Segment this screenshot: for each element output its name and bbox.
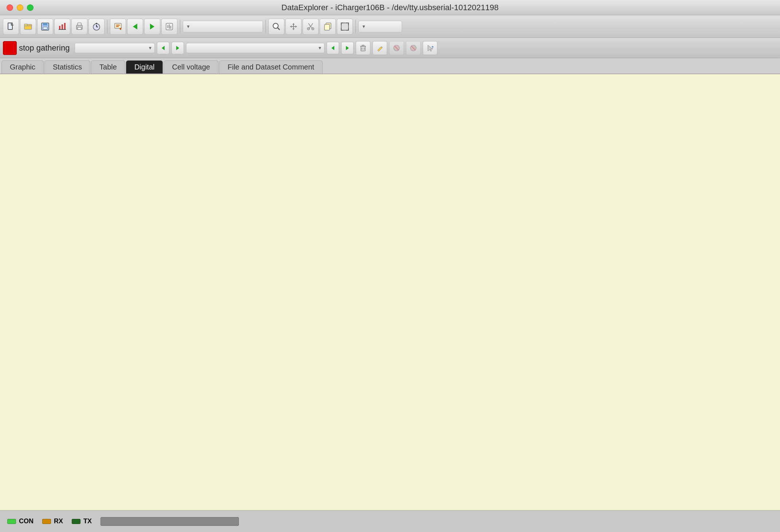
tools-button[interactable]	[161, 19, 177, 35]
toolbar-1: ▼	[0, 15, 780, 38]
tab-statistics[interactable]: Statistics	[44, 60, 90, 74]
titlebar: DataExplorer - iCharger106B - /dev/tty.u…	[0, 0, 780, 15]
con-led	[7, 519, 16, 524]
svg-rect-7	[62, 24, 63, 29]
tab-graphic[interactable]: Graphic	[1, 60, 44, 74]
stop-gathering-button[interactable]	[3, 41, 17, 55]
back-nav-button[interactable]	[127, 19, 143, 35]
svg-marker-32	[290, 25, 292, 28]
stop-gathering-label: stop gathering	[19, 43, 70, 53]
statusbar: CON RX TX	[0, 510, 780, 532]
tab-table[interactable]: Table	[91, 60, 125, 74]
digital-display-area	[0, 74, 780, 510]
svg-rect-4	[43, 23, 47, 25]
print-button[interactable]	[71, 19, 87, 35]
statistics-button[interactable]	[54, 19, 70, 35]
svg-marker-33	[295, 25, 297, 28]
nav-back-button[interactable]	[157, 42, 169, 54]
disable-button-1[interactable]	[389, 41, 404, 55]
tab-cell-voltage[interactable]: Cell voltage	[164, 60, 218, 74]
timer-button[interactable]	[88, 19, 105, 35]
toolbar-separator-4	[355, 20, 356, 33]
disable-button-2[interactable]	[406, 41, 421, 55]
svg-marker-43	[162, 46, 165, 50]
svg-rect-2	[24, 24, 27, 26]
con-indicator: CON	[7, 517, 34, 525]
con-label: CON	[19, 517, 34, 525]
close-button[interactable]	[7, 4, 13, 11]
svg-rect-8	[64, 23, 66, 29]
svg-line-28	[277, 28, 280, 30]
help-cursor-button[interactable]: ?	[423, 41, 437, 55]
edit-data-button[interactable]	[373, 41, 387, 55]
toolbar-2: stop gathering ▼ ▼	[0, 38, 780, 58]
dataset-dropdown-arrow: ▼	[318, 45, 322, 51]
svg-point-27	[273, 23, 278, 28]
tab-digital[interactable]: Digital	[126, 60, 163, 74]
svg-marker-21	[133, 24, 137, 29]
toolbar-separator-1	[107, 20, 107, 33]
save-button[interactable]	[37, 19, 53, 35]
window-title: DataExplorer - iCharger106B - /dev/tty.u…	[281, 3, 499, 12]
svg-marker-44	[176, 46, 179, 50]
fullscreen-button[interactable]	[337, 19, 353, 35]
tx-indicator: TX	[72, 517, 92, 525]
traffic-lights	[7, 4, 34, 11]
svg-rect-0	[8, 23, 12, 29]
svg-rect-41	[324, 24, 330, 30]
tab-bar: Graphic Statistics Table Digital Cell vo…	[0, 58, 780, 74]
digital-grid	[0, 74, 780, 510]
dataset-back-button[interactable]	[327, 42, 339, 54]
toolbar-separator-3	[265, 20, 266, 33]
nav-forward-button[interactable]	[172, 42, 184, 54]
svg-rect-5	[43, 27, 47, 29]
delete-button[interactable]	[356, 41, 370, 55]
rx-led	[42, 519, 51, 524]
forward-nav-button[interactable]	[144, 19, 160, 35]
tab-file-dataset-comment[interactable]: File and Dataset Comment	[219, 60, 323, 74]
rx-indicator: RX	[42, 517, 63, 525]
channel-dropdown-arrow: ▼	[148, 45, 153, 51]
svg-text:?: ?	[432, 45, 434, 49]
toolbar-dropdown-1-arrow: ▼	[186, 24, 190, 29]
svg-marker-30	[292, 23, 295, 25]
toolbar-dropdown-1[interactable]: ▼	[183, 21, 263, 32]
rx-label: RX	[54, 517, 63, 525]
channel-dropdown[interactable]: ▼	[75, 43, 155, 53]
svg-marker-22	[150, 24, 154, 29]
dataset-dropdown[interactable]: ▼	[186, 43, 324, 53]
svg-marker-46	[346, 46, 349, 50]
svg-line-38	[308, 23, 311, 27]
new-button[interactable]	[3, 19, 19, 35]
svg-rect-11	[78, 23, 81, 25]
status-progress-bar	[101, 517, 239, 526]
copy-button[interactable]	[320, 19, 336, 35]
zoom-button[interactable]	[268, 19, 284, 35]
minimize-button[interactable]	[17, 4, 23, 11]
tx-label: TX	[83, 517, 92, 525]
svg-rect-49	[362, 45, 364, 46]
toolbar-dropdown-2[interactable]: ▼	[358, 21, 402, 32]
svg-marker-45	[331, 46, 334, 50]
maximize-button[interactable]	[27, 4, 34, 11]
svg-line-39	[311, 23, 313, 27]
svg-rect-6	[59, 26, 60, 29]
dataset-forward-button[interactable]	[341, 42, 354, 54]
svg-marker-31	[292, 28, 295, 30]
cut-button[interactable]	[303, 19, 319, 35]
svg-rect-17	[115, 23, 121, 28]
svg-rect-47	[361, 46, 365, 51]
toolbar-dropdown-2-arrow: ▼	[362, 24, 366, 29]
svg-rect-12	[78, 27, 81, 29]
open-button[interactable]	[20, 19, 36, 35]
tx-led	[72, 519, 80, 524]
edit-button[interactable]	[110, 19, 126, 35]
pan-button[interactable]	[285, 19, 302, 35]
svg-rect-42	[341, 23, 348, 30]
toolbar-separator-2	[180, 20, 180, 33]
